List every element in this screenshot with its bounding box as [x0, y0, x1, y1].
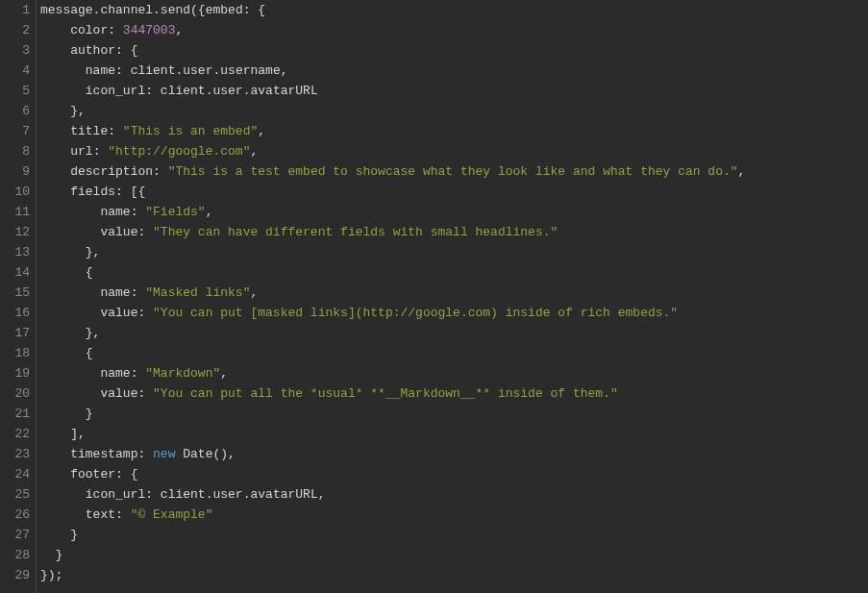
line-number: 23	[0, 444, 30, 464]
line-number: 14	[0, 262, 30, 283]
code-line[interactable]: }	[40, 404, 868, 424]
line-number: 2	[0, 20, 30, 40]
line-number: 28	[0, 545, 30, 565]
code-line[interactable]: },	[40, 323, 868, 343]
line-number: 25	[0, 484, 30, 505]
code-line[interactable]: },	[40, 242, 868, 262]
code-line[interactable]: text: "© Example"	[40, 505, 868, 525]
code-line[interactable]: value: "You can put all the *usual* **__…	[40, 383, 868, 404]
line-number: 16	[0, 303, 30, 323]
line-number: 4	[0, 61, 30, 81]
line-number: 7	[0, 121, 30, 141]
line-number: 20	[0, 383, 30, 404]
line-number: 24	[0, 464, 30, 484]
line-number: 8	[0, 141, 30, 161]
code-line[interactable]: icon_url: client.user.avatarURL	[40, 81, 868, 101]
line-number: 17	[0, 323, 30, 343]
line-number: 27	[0, 525, 30, 545]
code-line[interactable]: author: {	[40, 40, 868, 61]
code-line[interactable]: title: "This is an embed",	[40, 121, 868, 141]
line-number: 1	[0, 0, 30, 20]
code-editor[interactable]: 1234567891011121314151617181920212223242…	[0, 0, 868, 593]
code-line[interactable]: name: "Masked links",	[40, 283, 868, 303]
line-number: 15	[0, 283, 30, 303]
line-number: 22	[0, 424, 30, 444]
code-line[interactable]: ],	[40, 424, 868, 444]
code-line[interactable]: url: "http://google.com",	[40, 141, 868, 161]
code-line[interactable]: color: 3447003,	[40, 20, 868, 40]
code-line[interactable]: }	[40, 545, 868, 565]
code-line[interactable]: fields: [{	[40, 182, 868, 202]
line-number: 12	[0, 222, 30, 242]
line-number: 13	[0, 242, 30, 262]
code-line[interactable]: value: "You can put [masked links](http:…	[40, 303, 868, 323]
line-number: 6	[0, 101, 30, 121]
code-line[interactable]: },	[40, 101, 868, 121]
code-line[interactable]: }	[40, 525, 868, 545]
code-text-area[interactable]: message.channel.send({embed: { color: 34…	[37, 0, 868, 593]
line-number: 29	[0, 565, 30, 585]
line-number: 21	[0, 404, 30, 424]
line-number: 19	[0, 363, 30, 383]
code-line[interactable]: icon_url: client.user.avatarURL,	[40, 484, 868, 505]
line-number: 26	[0, 505, 30, 525]
line-number: 11	[0, 202, 30, 222]
code-line[interactable]: name: "Markdown",	[40, 363, 868, 383]
code-line[interactable]: description: "This is a test embed to sh…	[40, 161, 868, 182]
code-line[interactable]: footer: {	[40, 464, 868, 484]
code-line[interactable]: message.channel.send({embed: {	[40, 0, 868, 20]
code-line[interactable]: {	[40, 262, 868, 283]
code-line[interactable]: name: "Fields",	[40, 202, 868, 222]
line-number: 3	[0, 40, 30, 61]
line-number: 9	[0, 161, 30, 182]
line-number: 10	[0, 182, 30, 202]
line-number: 18	[0, 343, 30, 363]
code-line[interactable]: value: "They can have different fields w…	[40, 222, 868, 242]
line-number: 5	[0, 81, 30, 101]
code-line[interactable]: });	[40, 565, 868, 585]
code-line[interactable]: timestamp: new Date(),	[40, 444, 868, 464]
line-number-gutter: 1234567891011121314151617181920212223242…	[0, 0, 37, 593]
code-line[interactable]: name: client.user.username,	[40, 61, 868, 81]
code-line[interactable]: {	[40, 343, 868, 363]
